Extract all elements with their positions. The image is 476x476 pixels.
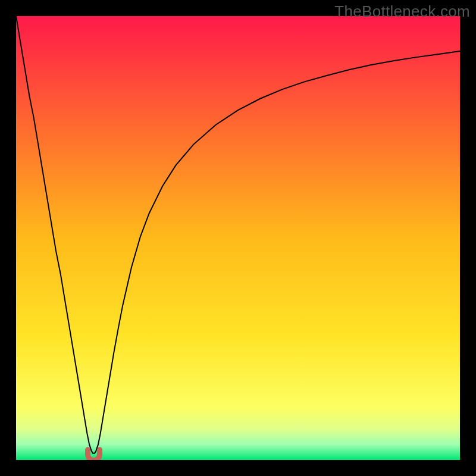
chart-frame: TheBottleneck.com [0,0,476,476]
watermark-text: TheBottleneck.com [334,2,470,21]
plot-area [16,16,460,460]
chart-canvas [16,16,460,460]
gradient-background [16,16,460,460]
